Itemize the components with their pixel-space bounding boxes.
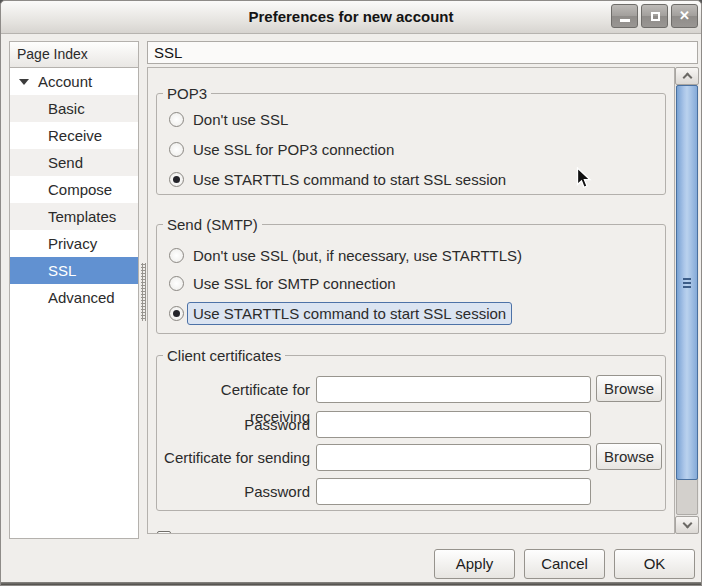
close-button[interactable]: ✕ xyxy=(671,4,698,28)
sidebar-item-label: Receive xyxy=(48,127,102,144)
sidebar-item-label: SSL xyxy=(48,262,76,279)
checkbox-checked-icon[interactable] xyxy=(157,531,171,534)
sidebar-item-label: Templates xyxy=(48,208,116,225)
smtp-group: Send (SMTP) Don't use SSL (but, if neces… xyxy=(156,224,666,334)
ok-button[interactable]: OK xyxy=(614,549,695,579)
pop3-radio-use-ssl[interactable]: Use SSL for POP3 connection xyxy=(169,137,394,161)
password-receiving-input[interactable] xyxy=(316,411,591,438)
pop3-group-title: POP3 xyxy=(163,85,211,102)
page-index-header[interactable]: Page Index xyxy=(9,41,139,68)
sidebar-item-ssl[interactable]: SSL xyxy=(10,257,138,284)
pop3-radio-dont-use-ssl[interactable]: Don't use SSL xyxy=(169,107,288,131)
scroll-up-button[interactable] xyxy=(675,67,699,85)
radio-icon[interactable] xyxy=(169,142,184,157)
sidebar-item-label: Account xyxy=(38,73,92,90)
radio-label: Use SSL for SMTP connection xyxy=(193,275,396,292)
radio-checked-icon[interactable] xyxy=(169,172,184,187)
radio-label: Don't use SSL (but, if necessary, use ST… xyxy=(193,247,522,264)
apply-button[interactable]: Apply xyxy=(434,549,515,579)
password-sending-label: Password xyxy=(161,478,310,505)
sidebar-item-compose[interactable]: Compose xyxy=(10,176,138,203)
titlebar[interactable]: Preferences for new account ✕ xyxy=(1,1,701,34)
certificate-sending-input[interactable] xyxy=(316,444,591,471)
radio-icon[interactable] xyxy=(169,112,184,127)
sidebar-item-send[interactable]: Send xyxy=(10,149,138,176)
sidebar-item-basic[interactable]: Basic xyxy=(10,95,138,122)
nonblocking-ssl-checkbox-row[interactable]: Use non-blocking SSL xyxy=(157,527,327,534)
certificate-receiving-input[interactable] xyxy=(316,376,591,403)
sidebar-item-label: Advanced xyxy=(48,289,115,306)
client-certificates-group: Client certificates Certificate for rece… xyxy=(156,355,666,511)
window-title: Preferences for new account xyxy=(1,1,701,32)
maximize-button[interactable] xyxy=(641,4,668,28)
sidebar-item-account[interactable]: Account xyxy=(10,68,138,95)
grip-icon xyxy=(683,278,691,288)
browse-receiving-button[interactable]: Browse xyxy=(596,375,662,402)
sidebar-item-label: Compose xyxy=(48,181,112,198)
smtp-radio-starttls[interactable]: Use STARTTLS command to start SSL sessio… xyxy=(169,301,512,325)
pop3-radio-starttls[interactable]: Use STARTTLS command to start SSL sessio… xyxy=(169,167,506,191)
sidebar-item-label: Privacy xyxy=(48,235,97,252)
chevron-down-icon xyxy=(683,519,693,529)
window-bottom-edge xyxy=(1,582,701,585)
sidebar-item-templates[interactable]: Templates xyxy=(10,203,138,230)
sidebar-item-label: Basic xyxy=(48,100,85,117)
page-index-tree: Account Basic Receive Send Compose Templ… xyxy=(9,68,139,539)
sidebar-item-receive[interactable]: Receive xyxy=(10,122,138,149)
password-sending-input[interactable] xyxy=(316,478,591,505)
expander-down-icon[interactable] xyxy=(19,79,29,85)
radio-label: Use SSL for POP3 connection xyxy=(193,141,394,158)
sidebar-item-label: Send xyxy=(48,154,83,171)
checkbox-label: Use non-blocking SSL xyxy=(179,530,327,535)
certificate-sending-label: Certificate for sending xyxy=(161,444,310,471)
sidebar-item-privacy[interactable]: Privacy xyxy=(10,230,138,257)
chevron-up-icon xyxy=(683,73,693,83)
smtp-radio-use-ssl[interactable]: Use SSL for SMTP connection xyxy=(169,271,396,295)
ssl-settings-panel: POP3 Don't use SSL Use SSL for POP3 conn… xyxy=(147,67,675,534)
minimize-button[interactable] xyxy=(611,4,638,28)
preferences-dialog: Preferences for new account ✕ Page Index… xyxy=(0,0,702,586)
browse-sending-button[interactable]: Browse xyxy=(596,443,662,470)
cancel-button[interactable]: Cancel xyxy=(524,549,605,579)
smtp-radio-dont-use-ssl[interactable]: Don't use SSL (but, if necessary, use ST… xyxy=(169,243,522,267)
password-receiving-label: Password xyxy=(161,411,310,438)
minimize-icon xyxy=(620,19,630,22)
smtp-group-title: Send (SMTP) xyxy=(163,216,262,233)
page-title: SSL xyxy=(147,41,698,64)
window-controls: ✕ xyxy=(611,4,698,28)
sidebar-item-advanced[interactable]: Advanced xyxy=(10,284,138,311)
maximize-icon xyxy=(651,12,660,21)
scroll-down-button[interactable] xyxy=(675,516,699,534)
radio-icon[interactable] xyxy=(169,248,184,263)
client-certificates-title: Client certificates xyxy=(163,347,285,364)
scrollbar-thumb[interactable] xyxy=(676,85,698,480)
radio-icon[interactable] xyxy=(169,276,184,291)
radio-label: Don't use SSL xyxy=(193,111,288,128)
vertical-scrollbar[interactable] xyxy=(675,67,699,534)
radio-label-focused: Use STARTTLS command to start SSL sessio… xyxy=(187,302,512,325)
radio-checked-icon[interactable] xyxy=(169,306,184,321)
close-icon: ✕ xyxy=(672,8,697,23)
radio-label: Use STARTTLS command to start SSL sessio… xyxy=(193,171,506,188)
pane-splitter-handle[interactable] xyxy=(141,263,146,321)
pop3-group: POP3 Don't use SSL Use SSL for POP3 conn… xyxy=(156,93,666,195)
